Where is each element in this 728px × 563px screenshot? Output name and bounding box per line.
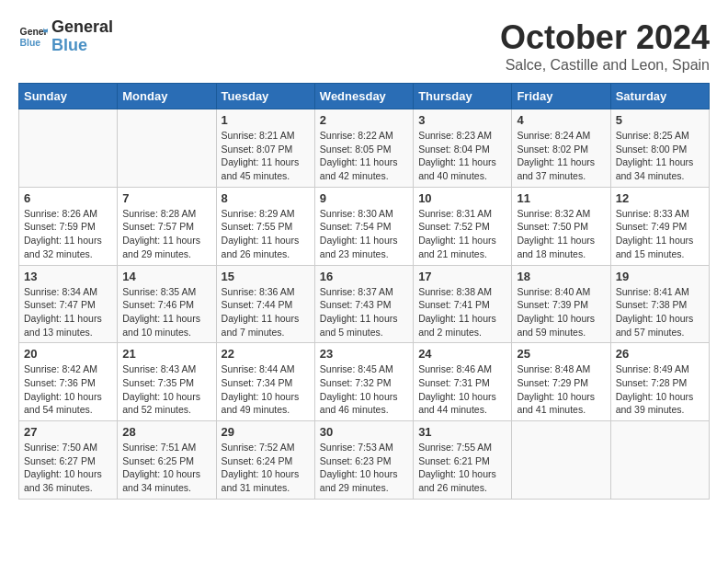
calendar-cell: 20Sunrise: 8:42 AM Sunset: 7:36 PM Dayli… (19, 343, 118, 421)
day-info: Sunrise: 7:51 AM Sunset: 6:25 PM Dayligh… (122, 441, 210, 495)
day-number: 3 (418, 113, 506, 127)
day-number: 8 (222, 191, 310, 205)
week-row-3: 13Sunrise: 8:34 AM Sunset: 7:47 PM Dayli… (19, 265, 710, 343)
calendar-cell: 6Sunrise: 8:26 AM Sunset: 7:59 PM Daylig… (19, 187, 118, 265)
day-number: 7 (122, 191, 210, 205)
day-number: 27 (24, 425, 112, 439)
calendar-cell: 29Sunrise: 7:52 AM Sunset: 6:24 PM Dayli… (216, 421, 314, 500)
day-number: 30 (320, 425, 408, 439)
calendar-cell (610, 421, 709, 500)
day-info: Sunrise: 8:46 AM Sunset: 7:31 PM Dayligh… (418, 362, 506, 417)
day-info: Sunrise: 7:53 AM Sunset: 6:23 PM Dayligh… (320, 441, 408, 495)
day-info: Sunrise: 8:31 AM Sunset: 7:52 PM Dayligh… (418, 207, 506, 261)
day-number: 10 (418, 191, 506, 205)
day-number: 9 (320, 191, 408, 205)
calendar-cell: 19Sunrise: 8:41 AM Sunset: 7:38 PM Dayli… (610, 265, 709, 343)
calendar-cell: 22Sunrise: 8:44 AM Sunset: 7:34 PM Dayli… (216, 343, 314, 421)
calendar-cell: 15Sunrise: 8:36 AM Sunset: 7:44 PM Dayli… (216, 265, 314, 343)
logo-icon: General Blue (18, 22, 48, 52)
svg-text:Blue: Blue (20, 37, 41, 47)
day-info: Sunrise: 8:35 AM Sunset: 7:46 PM Dayligh… (122, 285, 210, 339)
weekday-header-saturday: Saturday (610, 84, 709, 109)
day-number: 28 (122, 425, 210, 439)
day-info: Sunrise: 8:40 AM Sunset: 7:39 PM Dayligh… (517, 285, 605, 339)
day-info: Sunrise: 7:55 AM Sunset: 6:21 PM Dayligh… (418, 441, 506, 495)
calendar-cell: 10Sunrise: 8:31 AM Sunset: 7:52 PM Dayli… (414, 187, 512, 265)
day-number: 12 (616, 191, 704, 205)
day-info: Sunrise: 8:45 AM Sunset: 7:32 PM Dayligh… (320, 362, 408, 417)
calendar-cell: 23Sunrise: 8:45 AM Sunset: 7:32 PM Dayli… (314, 343, 413, 421)
day-number: 15 (222, 270, 310, 283)
day-info: Sunrise: 8:34 AM Sunset: 7:47 PM Dayligh… (24, 285, 112, 339)
week-row-2: 6Sunrise: 8:26 AM Sunset: 7:59 PM Daylig… (19, 187, 710, 265)
day-number: 22 (222, 347, 310, 361)
day-number: 16 (320, 270, 408, 283)
calendar-cell: 13Sunrise: 8:34 AM Sunset: 7:47 PM Dayli… (19, 265, 118, 343)
day-info: Sunrise: 8:24 AM Sunset: 8:02 PM Dayligh… (517, 129, 605, 183)
calendar-cell (512, 421, 610, 500)
calendar-cell: 30Sunrise: 7:53 AM Sunset: 6:23 PM Dayli… (314, 421, 413, 500)
calendar-cell: 1Sunrise: 8:21 AM Sunset: 8:07 PM Daylig… (216, 109, 314, 188)
day-number: 29 (222, 425, 310, 439)
day-info: Sunrise: 8:21 AM Sunset: 8:07 PM Dayligh… (222, 129, 310, 183)
calendar-cell: 28Sunrise: 7:51 AM Sunset: 6:25 PM Dayli… (118, 421, 216, 500)
weekday-header-friday: Friday (512, 84, 610, 109)
day-info: Sunrise: 8:23 AM Sunset: 8:04 PM Dayligh… (418, 129, 506, 183)
weekday-header-tuesday: Tuesday (216, 84, 314, 109)
day-info: Sunrise: 8:49 AM Sunset: 7:28 PM Dayligh… (616, 362, 704, 417)
day-number: 18 (517, 270, 605, 283)
calendar-cell: 3Sunrise: 8:23 AM Sunset: 8:04 PM Daylig… (414, 109, 512, 188)
week-row-1: 1Sunrise: 8:21 AM Sunset: 8:07 PM Daylig… (19, 109, 710, 188)
calendar-cell: 26Sunrise: 8:49 AM Sunset: 7:28 PM Dayli… (610, 343, 709, 421)
day-number: 13 (24, 270, 112, 283)
day-number: 2 (320, 113, 408, 127)
calendar-cell: 2Sunrise: 8:22 AM Sunset: 8:05 PM Daylig… (314, 109, 413, 188)
calendar-table: SundayMondayTuesdayWednesdayThursdayFrid… (18, 83, 710, 500)
day-info: Sunrise: 8:36 AM Sunset: 7:44 PM Dayligh… (222, 285, 310, 339)
day-number: 6 (24, 191, 112, 205)
day-info: Sunrise: 7:50 AM Sunset: 6:27 PM Dayligh… (24, 441, 112, 495)
day-info: Sunrise: 8:43 AM Sunset: 7:35 PM Dayligh… (122, 362, 210, 417)
day-number: 20 (24, 347, 112, 361)
calendar-cell: 12Sunrise: 8:33 AM Sunset: 7:49 PM Dayli… (610, 187, 709, 265)
day-info: Sunrise: 8:22 AM Sunset: 8:05 PM Dayligh… (320, 129, 408, 183)
day-info: Sunrise: 8:25 AM Sunset: 8:00 PM Dayligh… (616, 129, 704, 183)
day-number: 31 (418, 425, 506, 439)
calendar-cell: 14Sunrise: 8:35 AM Sunset: 7:46 PM Dayli… (118, 265, 216, 343)
day-number: 23 (320, 347, 408, 361)
day-info: Sunrise: 8:42 AM Sunset: 7:36 PM Dayligh… (24, 362, 112, 417)
day-info: Sunrise: 8:33 AM Sunset: 7:49 PM Dayligh… (616, 207, 704, 261)
day-info: Sunrise: 8:28 AM Sunset: 7:57 PM Dayligh… (122, 207, 210, 261)
weekday-header-sunday: Sunday (19, 84, 118, 109)
weekday-header-wednesday: Wednesday (314, 84, 413, 109)
calendar-cell (19, 109, 118, 188)
calendar-cell: 5Sunrise: 8:25 AM Sunset: 8:00 PM Daylig… (610, 109, 709, 188)
location-title: Salce, Castille and Leon, Spain (500, 57, 710, 74)
day-number: 1 (222, 113, 310, 127)
calendar-cell: 25Sunrise: 8:48 AM Sunset: 7:29 PM Dayli… (512, 343, 610, 421)
day-number: 4 (517, 113, 605, 127)
calendar-cell: 31Sunrise: 7:55 AM Sunset: 6:21 PM Dayli… (414, 421, 512, 500)
weekday-header-thursday: Thursday (414, 84, 512, 109)
header: General Blue General Blue October 2024 S… (18, 18, 710, 74)
calendar-cell: 7Sunrise: 8:28 AM Sunset: 7:57 PM Daylig… (118, 187, 216, 265)
day-number: 17 (418, 270, 506, 283)
day-number: 21 (122, 347, 210, 361)
day-number: 25 (517, 347, 605, 361)
day-number: 19 (616, 270, 704, 283)
day-info: Sunrise: 7:52 AM Sunset: 6:24 PM Dayligh… (222, 441, 310, 495)
logo: General Blue General Blue (18, 18, 113, 55)
calendar-cell: 16Sunrise: 8:37 AM Sunset: 7:43 PM Dayli… (314, 265, 413, 343)
day-info: Sunrise: 8:37 AM Sunset: 7:43 PM Dayligh… (320, 285, 408, 339)
calendar-cell: 27Sunrise: 7:50 AM Sunset: 6:27 PM Dayli… (19, 421, 118, 500)
calendar-cell: 11Sunrise: 8:32 AM Sunset: 7:50 PM Dayli… (512, 187, 610, 265)
day-number: 24 (418, 347, 506, 361)
day-info: Sunrise: 8:48 AM Sunset: 7:29 PM Dayligh… (517, 362, 605, 417)
day-number: 14 (122, 270, 210, 283)
day-number: 11 (517, 191, 605, 205)
calendar-cell: 4Sunrise: 8:24 AM Sunset: 8:02 PM Daylig… (512, 109, 610, 188)
week-row-5: 27Sunrise: 7:50 AM Sunset: 6:27 PM Dayli… (19, 421, 710, 500)
day-number: 5 (616, 113, 704, 127)
calendar-cell: 24Sunrise: 8:46 AM Sunset: 7:31 PM Dayli… (414, 343, 512, 421)
day-info: Sunrise: 8:30 AM Sunset: 7:54 PM Dayligh… (320, 207, 408, 261)
